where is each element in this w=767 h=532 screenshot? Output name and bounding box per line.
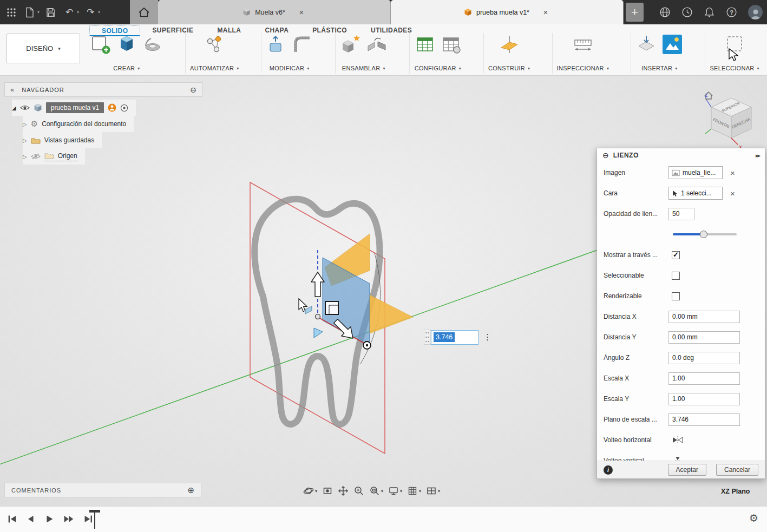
- scale-handle[interactable]: [325, 301, 338, 314]
- help-icon[interactable]: ?: [726, 6, 737, 18]
- document-tab-prueba-muela[interactable]: prueba muela v1*: [391, 0, 624, 24]
- design-workspace-dropdown[interactable]: DISEÑO: [6, 34, 80, 63]
- distancia-x-input[interactable]: [668, 311, 740, 323]
- expand-closed-icon[interactable]: [23, 137, 27, 143]
- new-tab-button[interactable]: [626, 3, 644, 22]
- chevron-down-icon[interactable]: [757, 66, 759, 71]
- origin-selection[interactable]: Origen: [44, 152, 77, 161]
- automate-icon[interactable]: [204, 34, 225, 55]
- angulo-z-input[interactable]: [668, 352, 740, 364]
- move-up-arrow[interactable]: [311, 272, 324, 297]
- clear-imagen-icon[interactable]: [730, 168, 735, 178]
- expand-closed-icon[interactable]: [23, 121, 27, 127]
- chevron-down-icon[interactable]: [137, 66, 140, 71]
- drag-handle-icon[interactable]: [424, 330, 431, 345]
- notifications-bell-icon[interactable]: [704, 6, 715, 18]
- chevron-down-icon[interactable]: [307, 66, 309, 71]
- step-back-icon[interactable]: [25, 513, 37, 525]
- group-label[interactable]: CONSTRUIR: [488, 65, 525, 71]
- collapse-panel-icon[interactable]: [10, 86, 14, 94]
- clear-cara-icon[interactable]: [730, 189, 735, 198]
- activate-component-icon[interactable]: [120, 104, 128, 112]
- group-label[interactable]: CONFIGURAR: [415, 65, 456, 71]
- extrude-icon[interactable]: [116, 34, 137, 55]
- configuration-table-icon[interactable]: [414, 34, 436, 55]
- escala-x-input[interactable]: [668, 372, 740, 385]
- document-tab-muela-v6[interactable]: Muela v6*: [158, 0, 391, 24]
- tree-row-origin[interactable]: Origen: [23, 148, 85, 165]
- undo-caret-icon[interactable]: [77, 10, 79, 15]
- grid-snap-button[interactable]: [407, 485, 421, 496]
- redo-caret-icon[interactable]: [98, 10, 100, 15]
- chevron-down-icon[interactable]: [383, 66, 385, 71]
- close-tab-icon[interactable]: [297, 8, 306, 17]
- dimension-options-icon[interactable]: [483, 332, 491, 342]
- display-settings-button[interactable]: [388, 485, 402, 496]
- timeline-position-marker[interactable]: [89, 510, 100, 529]
- extensions-globe-icon[interactable]: [659, 6, 671, 18]
- file-menu-icon[interactable]: [23, 5, 37, 19]
- group-label[interactable]: CREAR: [113, 65, 135, 71]
- group-label[interactable]: AUTOMATIZAR: [190, 65, 234, 71]
- zoom-button[interactable]: [353, 485, 364, 496]
- opacity-slider[interactable]: [673, 231, 737, 238]
- dialog-dock-icon[interactable]: [756, 152, 759, 159]
- step-forward-icon[interactable]: [62, 513, 76, 525]
- opacidad-input[interactable]: [668, 208, 694, 220]
- add-comment-icon[interactable]: [187, 485, 194, 495]
- insert-decal-icon[interactable]: [635, 34, 657, 55]
- flip-horizontal-icon[interactable]: [672, 436, 684, 444]
- view-cube[interactable]: SUPERIOR FRONTAL DERECHA Z X: [702, 88, 762, 152]
- undo-icon[interactable]: ↶: [62, 5, 76, 19]
- origin-point[interactable]: [316, 314, 320, 319]
- chevron-down-icon[interactable]: [381, 489, 383, 494]
- tree-row-saved-views[interactable]: Vistas guardadas: [23, 132, 102, 148]
- info-icon[interactable]: [604, 465, 613, 475]
- revolve-icon[interactable]: [142, 34, 163, 55]
- skip-to-start-icon[interactable]: [6, 513, 18, 525]
- construct-plane-icon[interactable]: [499, 34, 520, 55]
- chevron-down-icon[interactable]: [675, 66, 677, 71]
- redo-icon[interactable]: ↷: [83, 5, 97, 19]
- zoom-window-button[interactable]: [369, 485, 383, 496]
- plane-handle-right[interactable]: [370, 295, 413, 333]
- viewports-button[interactable]: [426, 485, 440, 496]
- timeline-settings-gear-icon[interactable]: [749, 512, 758, 524]
- close-tab-icon[interactable]: [541, 8, 550, 17]
- chevron-down-icon[interactable]: [459, 66, 461, 71]
- create-sketch-icon[interactable]: [90, 34, 112, 55]
- cara-selector[interactable]: 1 selecci...: [668, 187, 723, 200]
- group-label[interactable]: INSPECCIONAR: [557, 65, 604, 71]
- imagen-selector[interactable]: muela_lie...: [668, 166, 723, 179]
- tree-row-document-settings[interactable]: Configuración del documento: [23, 116, 134, 132]
- chevron-down-icon[interactable]: [400, 489, 402, 494]
- orbit-button[interactable]: [303, 485, 317, 496]
- aceptar-button[interactable]: Aceptar: [668, 464, 706, 476]
- tree-item-label[interactable]: Origen: [58, 152, 77, 160]
- visibility-off-eye-icon[interactable]: [31, 153, 41, 160]
- distancia-y-input[interactable]: [668, 331, 740, 344]
- group-label[interactable]: ENSAMBLAR: [342, 65, 381, 71]
- chevron-down-icon[interactable]: [419, 489, 421, 494]
- select-icon[interactable]: [724, 34, 745, 55]
- chevron-down-icon[interactable]: [438, 489, 440, 494]
- expand-open-icon[interactable]: [12, 105, 16, 111]
- root-document-label[interactable]: prueba muela v1: [46, 102, 104, 113]
- pan-button[interactable]: [338, 485, 349, 496]
- chevron-down-icon[interactable]: [315, 489, 317, 494]
- slider-handle[interactable]: [700, 231, 707, 238]
- group-label[interactable]: SELECCIONAR: [710, 65, 754, 71]
- seleccionable-checkbox[interactable]: [672, 272, 680, 280]
- fillet-icon[interactable]: [292, 34, 313, 55]
- new-component-icon[interactable]: [340, 34, 362, 55]
- tree-item-label[interactable]: Configuración del documento: [42, 120, 126, 128]
- configuration-sheet-icon[interactable]: [440, 34, 462, 55]
- chevron-down-icon[interactable]: [607, 66, 609, 71]
- joint-icon[interactable]: [366, 34, 388, 55]
- insert-canvas-icon-active[interactable]: [661, 34, 683, 55]
- press-pull-icon[interactable]: [266, 34, 287, 55]
- job-status-clock-icon[interactable]: [681, 6, 693, 18]
- flip-handle[interactable]: [314, 328, 323, 338]
- chevron-down-icon[interactable]: [528, 66, 530, 71]
- comments-panel[interactable]: COMENTARIOS: [4, 483, 201, 498]
